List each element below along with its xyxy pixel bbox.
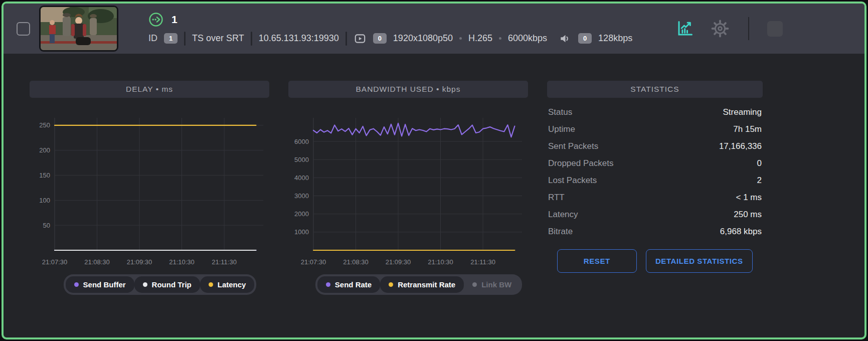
legend-item-link-bw[interactable]: Link BW [464, 276, 520, 293]
resolution-label: 1920x1080p50 [393, 33, 453, 44]
stream-thumbnail[interactable] [39, 6, 118, 52]
header-actions [675, 17, 864, 40]
svg-text:21:10:30: 21:10:30 [169, 258, 195, 266]
delay-chart: 21:07:3021:08:3021:09:3021:10:3021:11:30… [30, 109, 269, 268]
bandwidth-chart: 21:07:3021:08:3021:09:3021:10:3021:11:30… [288, 109, 528, 268]
statistics-rows: Status Streaming Uptime 7h 15m Sent Pack… [547, 104, 763, 240]
thumbnail-scene [41, 7, 117, 50]
audio-track-count-badge: 0 [578, 33, 592, 44]
stream-details: DELAY • ms 21:07:3021:08:3021:09:3021:10… [4, 54, 864, 295]
stat-value: 6,968 kbps [720, 227, 762, 237]
stream-active-icon [148, 12, 163, 27]
stat-value: 2 [757, 176, 762, 186]
statistics-panel: STATISTICS Status Streaming Uptime 7h 15… [547, 81, 763, 273]
stream-header-bar: 1 ID 1 TS over SRT 10.65.131.93:19930 0 … [4, 4, 864, 54]
delay-chart-legend: Send BufferRound TripLatency [64, 274, 257, 295]
stat-row-uptime: Uptime 7h 15m [548, 121, 762, 138]
bandwidth-panel: BANDWIDTH USED • kbps 21:07:3021:08:3021… [288, 81, 528, 295]
stat-value: 17,166,336 [719, 141, 762, 151]
stat-label: Dropped Packets [548, 158, 613, 168]
stat-row-lost-packets: Lost Packets 2 [548, 172, 762, 189]
id-label: ID [148, 33, 157, 44]
stream-select-checkbox[interactable] [17, 22, 30, 36]
stream-info: 1 ID 1 TS over SRT 10.65.131.93:19930 0 … [148, 12, 632, 46]
svg-text:21:07:30: 21:07:30 [42, 258, 68, 266]
statistics-panel-title: STATISTICS [547, 81, 763, 98]
stat-label: RTT [548, 193, 565, 203]
svg-text:200: 200 [39, 146, 50, 154]
legend-item-retransmit-rate[interactable]: Retransmit Rate [380, 276, 464, 293]
stat-label: Uptime [548, 124, 575, 134]
svg-text:50: 50 [43, 222, 50, 229]
stat-label: Sent Packets [548, 141, 598, 151]
id-badge: 1 [164, 33, 178, 44]
legend-dot [472, 282, 477, 287]
stat-value: Streaming [723, 107, 762, 117]
stop-button[interactable] [767, 21, 783, 37]
video-bitrate-label: 6000kbps [508, 33, 547, 44]
video-track-icon [354, 32, 367, 45]
legend-item-send-buffer[interactable]: Send Buffer [66, 276, 134, 293]
reset-button[interactable]: RESET [557, 249, 637, 273]
stat-label: Status [548, 107, 572, 117]
svg-text:3000: 3000 [294, 192, 309, 200]
legend-item-round-trip[interactable]: Round Trip [134, 276, 200, 293]
stat-row-bitrate: Bitrate 6,968 kbps [548, 223, 762, 240]
legend-dot [389, 282, 393, 287]
svg-text:21:08:30: 21:08:30 [84, 258, 110, 266]
legend-label: Send Buffer [83, 280, 126, 289]
bandwidth-chart-legend: Send RateRetransmit RateLink BW [315, 274, 522, 295]
svg-text:2000: 2000 [294, 210, 309, 218]
legend-item-latency[interactable]: Latency [200, 276, 255, 293]
legend-dot [143, 282, 147, 287]
stream-address: 10.65.131.93:19930 [259, 33, 339, 44]
svg-text:21:08:30: 21:08:30 [343, 258, 369, 266]
legend-label: Link BW [481, 280, 511, 289]
legend-label: Retransmit Rate [398, 280, 455, 289]
gear-icon[interactable] [710, 19, 730, 39]
legend-label: Round Trip [152, 280, 192, 289]
stat-row-sent-packets: Sent Packets 17,166,336 [548, 138, 762, 155]
legend-dot [326, 282, 330, 287]
legend-item-send-rate[interactable]: Send Rate [317, 276, 380, 293]
legend-label: Send Rate [335, 280, 372, 289]
stat-label: Bitrate [548, 227, 573, 237]
audio-bitrate-label: 128kbps [598, 33, 632, 44]
svg-text:21:09:30: 21:09:30 [127, 258, 152, 266]
stat-value: 250 ms [734, 210, 762, 220]
detailed-statistics-button[interactable]: DETAILED STATISTICS [646, 249, 753, 273]
svg-text:5000: 5000 [294, 156, 309, 163]
delay-panel-title: DELAY • ms [30, 81, 269, 98]
svg-text:21:11:30: 21:11:30 [470, 258, 495, 266]
legend-label: Latency [218, 280, 246, 289]
svg-text:1000: 1000 [294, 228, 309, 236]
stat-value: 7h 15m [733, 124, 762, 134]
bandwidth-panel-title: BANDWIDTH USED • kbps [288, 81, 528, 98]
protocol-label: TS over SRT [192, 33, 244, 44]
divider [748, 17, 749, 40]
video-track-count-badge: 0 [373, 33, 387, 44]
divider [251, 32, 252, 46]
separator-dot [499, 37, 501, 40]
stat-value: < 1 ms [736, 193, 762, 203]
stat-row-latency: Latency 250 ms [548, 206, 762, 223]
svg-text:150: 150 [39, 172, 50, 179]
divider [184, 32, 186, 46]
svg-text:6000: 6000 [294, 138, 309, 145]
stat-row-rtt: RTT < 1 ms [548, 189, 762, 206]
stat-value: 0 [757, 158, 762, 168]
svg-text:21:10:30: 21:10:30 [428, 258, 453, 266]
svg-text:21:07:30: 21:07:30 [301, 258, 326, 266]
stat-row-dropped-packets: Dropped Packets 0 [548, 155, 762, 172]
codec-label: H.265 [468, 33, 492, 44]
svg-text:4000: 4000 [294, 174, 309, 182]
svg-text:21:11:30: 21:11:30 [212, 258, 237, 266]
stream-card: 1 ID 1 TS over SRT 10.65.131.93:19930 0 … [2, 2, 866, 339]
separator-dot [459, 37, 462, 40]
delay-panel: DELAY • ms 21:07:3021:08:3021:09:3021:10… [30, 81, 269, 295]
audio-track-icon [559, 32, 572, 45]
legend-dot [74, 282, 79, 287]
svg-text:100: 100 [39, 197, 50, 204]
statistics-chart-icon[interactable] [675, 19, 695, 39]
legend-dot [209, 282, 213, 287]
